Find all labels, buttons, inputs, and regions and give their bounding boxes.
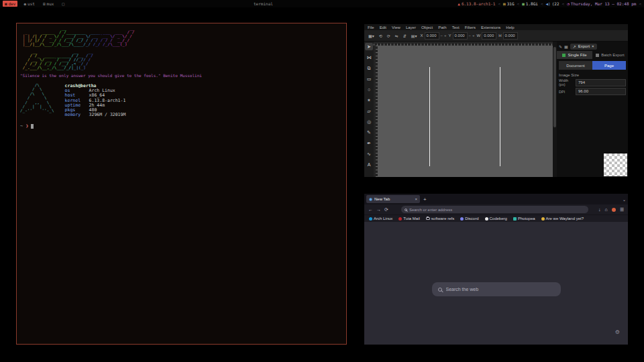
image-size-section-label: Image Size: [559, 73, 626, 77]
reload-button[interactable]: ⟳: [384, 207, 388, 213]
arch-logo-icon: ▲: [458, 1, 460, 6]
page-button[interactable]: Page: [592, 61, 626, 70]
tool-text[interactable]: A: [365, 161, 373, 168]
menu-filters[interactable]: Filters: [465, 25, 476, 29]
fetch-row: memory3296M / 32019M: [65, 113, 126, 117]
menu-file[interactable]: File: [368, 25, 374, 29]
tool-rectangle[interactable]: ▭: [365, 75, 373, 82]
menu-edit[interactable]: Edit: [380, 25, 386, 29]
tool-spiral[interactable]: ◎: [365, 118, 373, 125]
stepper-plus[interactable]: +: [472, 34, 475, 38]
browser-nav-bar: ← → ⟳ ↓ ⌂ ☰: [364, 204, 628, 215]
menu-object[interactable]: Object: [421, 25, 433, 29]
extension-icon[interactable]: [612, 208, 616, 212]
menu-path[interactable]: Path: [438, 25, 446, 29]
menu-view[interactable]: View: [392, 25, 400, 29]
y-coordinate-group: Y 0.000 − +: [449, 32, 475, 40]
status-volume: ◀)(22: [546, 1, 559, 6]
bookmark-discord[interactable]: Discord: [460, 217, 478, 221]
bookmark-are-we-wayland-yet[interactable]: Are we Wayland yet?: [541, 217, 584, 221]
height-field[interactable]: 0.000: [503, 32, 518, 40]
bookmark-codeberg[interactable]: Codeberg: [485, 217, 507, 221]
browser-window[interactable]: New Tab × + ⌄ ← → ⟳ ↓ ⌂ ☰ Arch Linux Tut…: [364, 194, 628, 345]
list-all-tabs-icon[interactable]: ⌄: [623, 197, 626, 202]
workspace-tag-mux[interactable]: ⊞mux: [41, 1, 56, 7]
stepper-plus[interactable]: +: [444, 34, 447, 38]
bookmark-arch-linux[interactable]: Arch Linux: [369, 217, 392, 221]
menu-layer[interactable]: Layer: [406, 25, 416, 29]
nav-right-icons: ↓ ⌂ ☰: [598, 207, 624, 213]
rotate-cw-icon[interactable]: ⟳: [386, 34, 392, 38]
stepper-minus[interactable]: −: [441, 34, 443, 38]
fill-stroke-dialog-icon[interactable]: ✎: [559, 44, 562, 49]
home-icon[interactable]: ⌂: [604, 207, 607, 212]
arch-favicon: [369, 217, 372, 221]
layers-dialog-icon[interactable]: ▦: [564, 44, 568, 49]
new-tab-button[interactable]: +: [423, 196, 427, 202]
downloads-icon[interactable]: ↓: [598, 207, 601, 212]
back-button[interactable]: ←: [368, 207, 373, 212]
clock-icon: ◔: [567, 1, 570, 6]
tab-close-icon[interactable]: ×: [415, 197, 417, 201]
stepper-minus[interactable]: −: [469, 34, 472, 38]
forward-button[interactable]: →: [376, 207, 381, 212]
browser-tab-new-tab[interactable]: New Tab ×: [366, 195, 420, 203]
selection-mode-dropdown[interactable]: ▦▾: [367, 34, 376, 38]
width-field[interactable]: 0.000: [482, 32, 496, 40]
status-disk: ▤31G: [503, 1, 514, 6]
y-coordinate-field[interactable]: 0.000: [453, 32, 468, 40]
bookmark-photopea[interactable]: Photopea: [513, 217, 535, 221]
tool-box-3d[interactable]: ▱: [365, 107, 373, 115]
web-search-input[interactable]: [446, 287, 555, 292]
export-dialog-tab[interactable]: ↗ Export ×: [570, 44, 597, 50]
inkscape-canvas[interactable]: [378, 46, 553, 177]
tool-shape-builder[interactable]: ⧉: [365, 64, 373, 72]
export-preview-checkerboard: [604, 154, 627, 176]
menu-help[interactable]: Help: [506, 25, 514, 29]
bookmark-folder-software-refs[interactable]: software refs: [426, 217, 454, 221]
align-dropdown[interactable]: ▤▾: [410, 34, 419, 38]
tool-node-editor[interactable]: ⋈: [365, 54, 373, 61]
status-modules: ▲6.13.8-arch1-1 < ▤31G < ▦1.8Gi < ◀)(22 …: [458, 1, 641, 6]
workspace-icon: □: [62, 1, 64, 6]
menu-extensions[interactable]: Extensions: [481, 25, 500, 29]
scrollbar-thumb[interactable]: [553, 47, 556, 127]
x-coordinate-field[interactable]: 0.000: [425, 32, 439, 40]
tool-ellipse[interactable]: ○: [365, 86, 373, 93]
flip-vertical-icon[interactable]: ⇵: [402, 34, 408, 38]
dpi-row: DPI 96.00: [559, 88, 626, 95]
terminal-window[interactable]: __ __ _ _____ / /________ ____ ___ ___ /…: [16, 23, 347, 345]
rotate-ccw-icon[interactable]: ⟲: [378, 34, 384, 38]
inkscape-window[interactable]: File Edit View Layer Object Path Text Fi…: [364, 24, 628, 177]
menu-icon[interactable]: ☰: [620, 207, 624, 213]
document-button[interactable]: Document: [559, 61, 592, 70]
tab-batch-export[interactable]: Batch Export: [592, 51, 628, 59]
shell-prompt[interactable]: ~ ❯: [20, 123, 346, 129]
tool-pencil[interactable]: ✎: [365, 129, 373, 136]
arch-ascii-logo: /\ / \ /\ \ / \ / ,, \ / | | \ /_-'' ''-…: [20, 83, 54, 117]
workspace-tag-empty[interactable]: □: [60, 1, 66, 7]
url-input[interactable]: [409, 208, 585, 212]
flip-horizontal-icon[interactable]: ⇋: [394, 34, 400, 38]
workspace-icon: ⊞: [43, 1, 46, 6]
speaker-icon: ◀): [546, 1, 551, 6]
personalize-gear-icon[interactable]: ⚙: [615, 329, 620, 335]
web-search-box[interactable]: [432, 282, 561, 296]
tab-single-file[interactable]: Single File: [557, 51, 592, 59]
url-bar[interactable]: [401, 206, 588, 213]
status-memory: ▦1.8Gi: [522, 1, 538, 6]
bookmark-tuta-mail[interactable]: Tuta Mail: [398, 217, 419, 221]
bookmarks-bar: Arch Linux Tuta Mail software refs Disco…: [364, 215, 628, 222]
workspace-tag-dev[interactable]: ▣dev: [3, 1, 17, 7]
tool-pen[interactable]: ✒: [365, 139, 373, 147]
export-width-field[interactable]: 794: [576, 79, 626, 86]
export-icon: ↗: [573, 44, 576, 49]
tool-star[interactable]: ✶: [365, 97, 373, 104]
tool-selector[interactable]: ➤: [365, 43, 373, 50]
folder-icon: [426, 217, 430, 220]
workspace-tag-ust[interactable]: ◉ust: [21, 1, 36, 7]
tool-calligraphy[interactable]: ∿: [365, 150, 373, 158]
export-dpi-field[interactable]: 96.00: [576, 88, 626, 95]
close-icon[interactable]: ×: [592, 44, 594, 48]
menu-text[interactable]: Text: [452, 25, 460, 29]
